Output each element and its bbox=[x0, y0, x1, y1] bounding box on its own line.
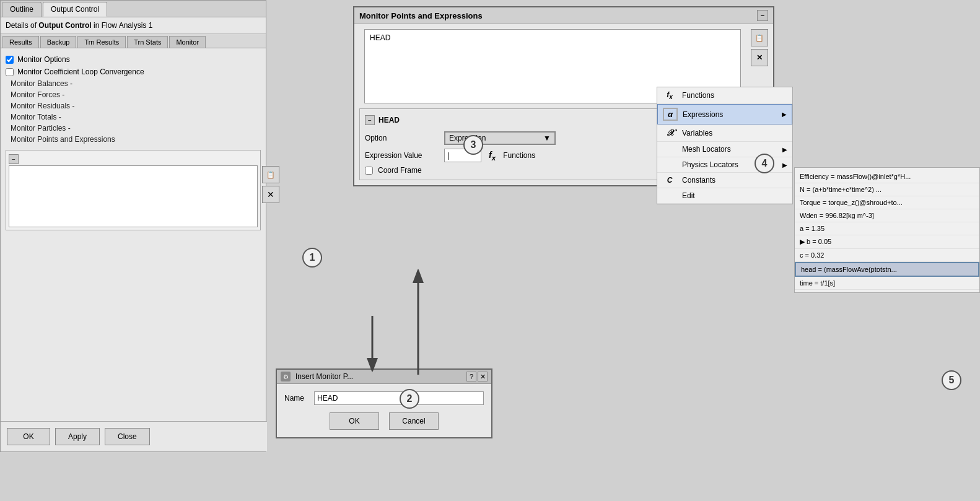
monitor-points-item[interactable]: Monitor Points and Expressions bbox=[6, 134, 261, 145]
insert-cancel-button[interactable]: Cancel bbox=[389, 412, 439, 430]
functions-label[interactable]: Functions bbox=[503, 151, 535, 160]
insert-action-buttons: OK Cancel bbox=[284, 412, 484, 430]
alpha-icon: α bbox=[663, 108, 678, 121]
functions-menu: fx Functions α Expressions ▶ 𝒳 Variables… bbox=[657, 87, 793, 204]
expr-a-text: a = 1.35 bbox=[800, 225, 825, 232]
monitor-options-checkbox[interactable] bbox=[6, 56, 14, 64]
monitor-points-list[interactable]: 📋 ✕ bbox=[9, 165, 258, 227]
variables-icon: 𝒳 bbox=[662, 128, 677, 138]
tab-results[interactable]: Results bbox=[2, 36, 39, 48]
insert-monitor-dialog: ⚙ Insert Monitor P... ? ✕ Name OK Cancel bbox=[276, 368, 492, 438]
mpe-minimize-btn[interactable]: − bbox=[757, 10, 768, 21]
monitor-coeff-label: Monitor Coefficient Loop Convergence bbox=[17, 68, 144, 76]
expr-item-a[interactable]: a = 1.35 bbox=[795, 222, 979, 235]
expr-item-b[interactable]: ▶ b = 0.05 bbox=[795, 235, 979, 249]
monitor-forces-item[interactable]: Monitor Forces - bbox=[6, 89, 261, 100]
expressions-arrow-icon: ▶ bbox=[782, 111, 787, 118]
sub-tab-bar: Results Backup Trn Results Trn Stats Mon… bbox=[1, 34, 266, 48]
expr-c-text: c = 0.32 bbox=[800, 251, 824, 259]
panel-content: Monitor Options Monitor Coefficient Loop… bbox=[1, 48, 266, 235]
insert-help-btn[interactable]: ? bbox=[466, 372, 476, 381]
expr-item-head[interactable]: head = (massFlowAve(ptotstn... bbox=[795, 262, 979, 277]
insert-titlebar: ⚙ Insert Monitor P... ? ✕ bbox=[277, 370, 491, 384]
mpe-add-btn[interactable]: 📋 bbox=[751, 29, 768, 46]
dropdown-arrow-icon: ▼ bbox=[543, 134, 551, 142]
monitor-options-label: Monitor Options bbox=[17, 55, 70, 64]
variables-menu-label: Variables bbox=[682, 129, 712, 137]
functions-menu-label: Functions bbox=[682, 91, 714, 100]
mpe-titlebar: Monitor Points and Expressions − bbox=[354, 7, 773, 24]
mpe-delete-btn[interactable]: ✕ bbox=[751, 49, 768, 66]
monitor-residuals-item[interactable]: Monitor Residuals - bbox=[6, 100, 261, 111]
coord-frame-checkbox[interactable] bbox=[365, 167, 373, 175]
tab-outline[interactable]: Outline bbox=[2, 2, 42, 17]
expr-item-c[interactable]: c = 0.32 bbox=[795, 249, 979, 262]
expr-item-torque[interactable]: Torque = torque_z()@shroud+to... bbox=[795, 196, 979, 209]
menu-variables[interactable]: 𝒳 Variables bbox=[657, 124, 792, 142]
add-monitor-btn[interactable]: 📋 bbox=[262, 166, 279, 183]
monitor-options-row: Monitor Options bbox=[6, 53, 261, 66]
left-panel: Outline Output Control Details of Output… bbox=[0, 0, 266, 452]
insert-ok-button[interactable]: OK bbox=[330, 412, 379, 430]
physics-arrow-icon: ▶ bbox=[782, 162, 787, 168]
apply-button[interactable]: Apply bbox=[55, 428, 100, 445]
expr-item-time[interactable]: time = t/1[s] bbox=[795, 277, 979, 290]
expressions-menu-label: Expressions bbox=[683, 110, 723, 119]
circle-3: 3 bbox=[463, 135, 483, 155]
insert-content: Name OK Cancel bbox=[277, 384, 491, 437]
expr-item-n[interactable]: N = (a+b*time+c*time^2) ... bbox=[795, 183, 979, 196]
collapse-btn[interactable]: − bbox=[9, 154, 19, 164]
panel-title: Details of Output Control in Flow Analys… bbox=[1, 17, 266, 34]
insert-name-label: Name bbox=[284, 394, 309, 403]
circle-2: 2 bbox=[400, 389, 419, 409]
menu-expressions[interactable]: α Expressions ▶ bbox=[657, 104, 792, 124]
option-dropdown[interactable]: Expression ▼ bbox=[444, 131, 556, 145]
expr-efficiency-text: Efficiency = massFlow()@inlet*g*H... bbox=[800, 173, 911, 180]
insert-name-row: Name bbox=[284, 391, 484, 405]
menu-edit[interactable]: Edit bbox=[657, 188, 792, 204]
mesh-locators-label: Mesh Locators bbox=[682, 145, 731, 154]
monitor-coeff-checkbox[interactable] bbox=[6, 68, 14, 76]
expr-item-efficiency[interactable]: Efficiency = massFlow()@inlet*g*H... bbox=[795, 170, 979, 183]
close-button[interactable]: Close bbox=[105, 428, 150, 445]
head-label: HEAD bbox=[378, 116, 400, 124]
physics-locators-label: Physics Locators bbox=[682, 160, 738, 169]
insert-close-btn[interactable]: ✕ bbox=[478, 372, 488, 381]
coord-frame-label: Coord Frame bbox=[378, 166, 422, 175]
monitor-particles-item[interactable]: Monitor Particles - bbox=[6, 123, 261, 134]
mesh-arrow-icon: ▶ bbox=[782, 146, 787, 153]
insert-title-buttons: ? ✕ bbox=[466, 372, 488, 381]
arrow-up bbox=[409, 269, 427, 375]
arrow-down bbox=[363, 316, 382, 372]
mpe-list-item[interactable]: HEAD bbox=[367, 32, 738, 43]
ok-button[interactable]: OK bbox=[7, 428, 50, 445]
circle-4: 4 bbox=[755, 154, 774, 173]
tab-trn-stats[interactable]: Trn Stats bbox=[127, 36, 168, 48]
insert-dialog-title: Insert Monitor P... bbox=[295, 372, 353, 381]
expr-item-wden[interactable]: Wden = 996.82[kg m^-3] bbox=[795, 209, 979, 222]
functions-icon: fx bbox=[662, 90, 677, 100]
expr-time-text: time = t/1[s] bbox=[800, 279, 835, 287]
insert-dialog-icon: ⚙ bbox=[281, 372, 291, 381]
constants-icon: C bbox=[662, 176, 677, 185]
tab-backup[interactable]: Backup bbox=[40, 36, 77, 48]
menu-constants[interactable]: C Constants bbox=[657, 173, 792, 188]
edit-menu-label: Edit bbox=[682, 191, 695, 200]
menu-functions[interactable]: fx Functions bbox=[657, 87, 792, 104]
tab-output-control[interactable]: Output Control bbox=[43, 2, 107, 17]
tab-trn-results[interactable]: Trn Results bbox=[77, 36, 126, 48]
monitor-points-section: − 📋 ✕ bbox=[6, 150, 261, 230]
monitor-balances-item[interactable]: Monitor Balances - bbox=[6, 78, 261, 89]
delete-monitor-btn[interactable]: ✕ bbox=[262, 186, 279, 203]
expr-arrow-icon: ▶ bbox=[800, 238, 807, 245]
expr-head-text: head = (massFlowAve(ptotstn... bbox=[801, 266, 897, 273]
main-tab-bar: Outline Output Control bbox=[1, 1, 266, 17]
mpe-title: Monitor Points and Expressions bbox=[359, 11, 483, 20]
insert-name-input[interactable] bbox=[314, 391, 484, 405]
menu-mesh-locators[interactable]: Mesh Locators ▶ bbox=[657, 142, 792, 157]
circle-5: 5 bbox=[942, 370, 961, 390]
monitor-totals-item[interactable]: Monitor Totals - bbox=[6, 111, 261, 123]
tab-monitor[interactable]: Monitor bbox=[169, 36, 206, 48]
head-collapse-btn[interactable]: − bbox=[365, 115, 375, 125]
circle-1: 1 bbox=[302, 248, 322, 268]
